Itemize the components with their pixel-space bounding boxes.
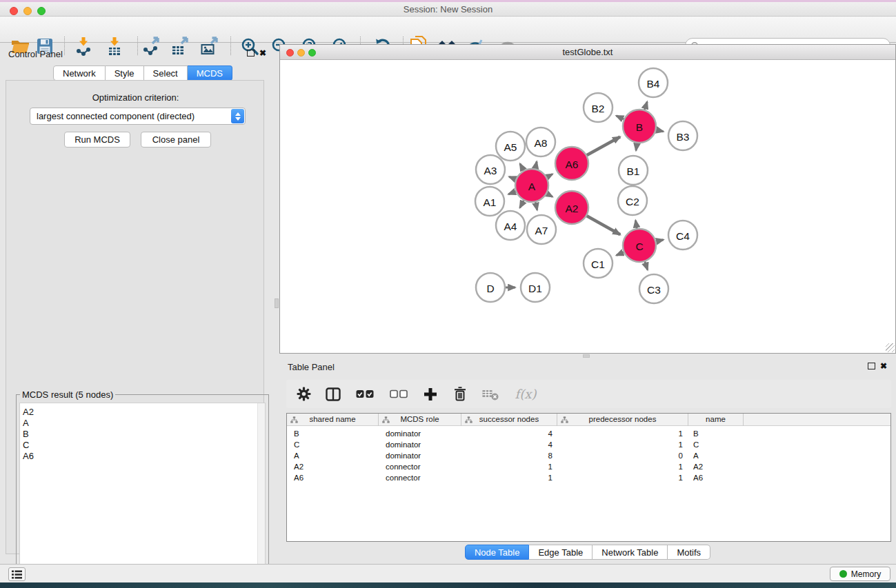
control-panel-close-icon[interactable]: ✖ <box>259 49 266 57</box>
graph-edge-C-C3[interactable] <box>645 261 648 270</box>
mcds-result-item[interactable]: A <box>20 418 265 429</box>
tab-select[interactable]: Select <box>144 65 188 81</box>
graph-edge-B-B2[interactable] <box>616 116 624 119</box>
column-header-predecessor-nodes[interactable]: predecessor nodes <box>557 414 688 426</box>
control-panel-float-icon[interactable] <box>247 50 255 58</box>
table-row[interactable]: A2connector11A2 <box>287 461 890 472</box>
graph-node-A[interactable]: A <box>515 169 548 202</box>
mcds-result-item[interactable]: A2 <box>20 407 265 418</box>
graph-node-A4[interactable]: A4 <box>496 211 525 240</box>
graph-edge-A-A5[interactable] <box>520 163 524 170</box>
graph-node-C3[interactable]: C3 <box>639 274 668 303</box>
table-row[interactable]: A6connector11A6 <box>287 472 890 483</box>
import-network-icon[interactable] <box>74 36 93 57</box>
export-network-icon[interactable] <box>141 36 161 57</box>
graph-node-D[interactable]: D <box>476 273 505 302</box>
tab-mcds[interactable]: MCDS <box>188 65 232 81</box>
table-panel-float-icon[interactable] <box>868 363 875 371</box>
svg-text:A7: A7 <box>535 225 548 236</box>
graph-edge-A-A4[interactable] <box>520 200 524 207</box>
columns-icon[interactable] <box>325 386 341 403</box>
tab-network[interactable]: Network <box>53 65 106 81</box>
graph-node-C[interactable]: C <box>623 229 656 262</box>
graph-node-B2[interactable]: B2 <box>584 93 613 122</box>
graph-edge-A-A3[interactable] <box>509 176 517 179</box>
function-icon[interactable]: f(x) <box>512 386 539 403</box>
column-header-mcds-role[interactable]: MCDS role <box>379 414 461 426</box>
table-cell: A6 <box>287 472 379 483</box>
graph-edge-B-B1[interactable] <box>636 143 637 151</box>
table-row[interactable]: Bdominator41B <box>287 428 890 439</box>
graph-edge-A-A2[interactable] <box>546 194 552 197</box>
delete-table-icon[interactable] <box>481 386 499 403</box>
export-image-icon[interactable] <box>200 36 219 57</box>
toolbar-separator <box>137 37 138 55</box>
graph-edge-A-A6[interactable] <box>546 174 552 177</box>
graph-node-C4[interactable]: C4 <box>668 221 697 250</box>
tab-edge-table[interactable]: Edge Table <box>529 545 593 560</box>
task-history-button[interactable] <box>8 567 26 581</box>
graph-node-A7[interactable]: A7 <box>527 215 556 244</box>
main-toolbar <box>0 17 896 43</box>
add-icon[interactable] <box>422 386 439 403</box>
column-header-name[interactable]: name <box>688 414 744 426</box>
tab-node-table[interactable]: Node Table <box>465 545 530 560</box>
export-table-icon[interactable] <box>170 36 190 57</box>
graph-node-C1[interactable]: C1 <box>584 249 613 278</box>
svg-text:A3: A3 <box>484 165 497 176</box>
graph-edge-B-B4[interactable] <box>644 102 647 110</box>
graph-edge-B-B3[interactable] <box>655 130 663 132</box>
graph-node-A1[interactable]: A1 <box>475 187 504 216</box>
network-canvas[interactable]: B4B2BB3A8A5A6A3B1AC2A1A2A4A7C4CC1C3DD1 <box>280 60 895 353</box>
column-header-shared-name[interactable]: shared name <box>287 414 379 426</box>
graph-node-A6[interactable]: A6 <box>555 147 588 180</box>
graph-node-B3[interactable]: B3 <box>668 121 697 150</box>
table-cell: C <box>688 439 744 450</box>
select-all-icon[interactable] <box>355 386 375 403</box>
tab-style[interactable]: Style <box>106 65 144 81</box>
graph-node-B1[interactable]: B1 <box>619 156 648 185</box>
tab-motifs[interactable]: Motifs <box>668 545 710 560</box>
network-graph[interactable]: B4B2BB3A8A5A6A3B1AC2A1A2A4A7C4CC1C3DD1 <box>280 60 895 353</box>
deselect-all-icon[interactable] <box>388 386 409 403</box>
graph-edge-A-A7[interactable] <box>535 201 537 210</box>
graph-edge-A6-B[interactable] <box>586 136 620 155</box>
graph-edge-A-A1[interactable] <box>508 191 516 194</box>
scrollbar-track[interactable] <box>257 403 265 588</box>
graph-edge-C-C4[interactable] <box>655 240 663 242</box>
run-mcds-button[interactable]: Run MCDS <box>64 132 130 148</box>
graph-edge-C-C1[interactable] <box>617 252 624 256</box>
table-row[interactable]: Cdominator41C <box>287 439 890 450</box>
window-resize-grip[interactable] <box>886 343 895 352</box>
graph-node-A5[interactable]: A5 <box>496 132 525 161</box>
network-window-titlebar[interactable]: testGlobe.txt <box>280 45 895 60</box>
column-header-successor-nodes[interactable]: successor nodes <box>461 414 557 426</box>
delete-icon[interactable] <box>452 386 468 403</box>
graph-node-C2[interactable]: C2 <box>618 186 647 215</box>
graph-edge-C-C2[interactable] <box>635 221 637 230</box>
mcds-panel: Optimization criterion: largest connecte… <box>6 80 264 554</box>
panel-splitter-handle[interactable] <box>275 298 279 308</box>
gear-icon[interactable] <box>295 386 312 403</box>
mcds-result-item[interactable]: B <box>20 429 265 440</box>
graph-node-A2[interactable]: A2 <box>555 191 588 224</box>
table-row[interactable]: Adominator80A <box>287 450 890 461</box>
import-table-icon[interactable] <box>105 36 124 57</box>
tab-network-table[interactable]: Network Table <box>593 545 668 560</box>
graph-node-D1[interactable]: D1 <box>521 273 550 302</box>
memory-button[interactable]: Memory <box>830 567 890 581</box>
optimization-criterion-label: Optimization criterion: <box>6 92 265 103</box>
table-splitter-handle[interactable] <box>583 354 590 358</box>
graph-node-A8[interactable]: A8 <box>526 128 555 156</box>
memory-label: Memory <box>851 569 881 579</box>
graph-edge-A2-C[interactable] <box>586 216 620 235</box>
mcds-result-item[interactable]: C <box>20 440 265 451</box>
graph-edge-A-A8[interactable] <box>535 161 537 169</box>
graph-node-A3[interactable]: A3 <box>476 155 505 184</box>
graph-node-B4[interactable]: B4 <box>639 68 668 97</box>
mcds-result-item[interactable]: A6 <box>20 451 265 462</box>
optimization-criterion-dropdown[interactable]: largest connected component (directed) <box>30 108 246 125</box>
close-panel-button[interactable]: Close panel <box>141 132 211 148</box>
table-panel-close-icon[interactable]: ✖ <box>880 362 887 370</box>
graph-node-B[interactable]: B <box>623 110 656 143</box>
